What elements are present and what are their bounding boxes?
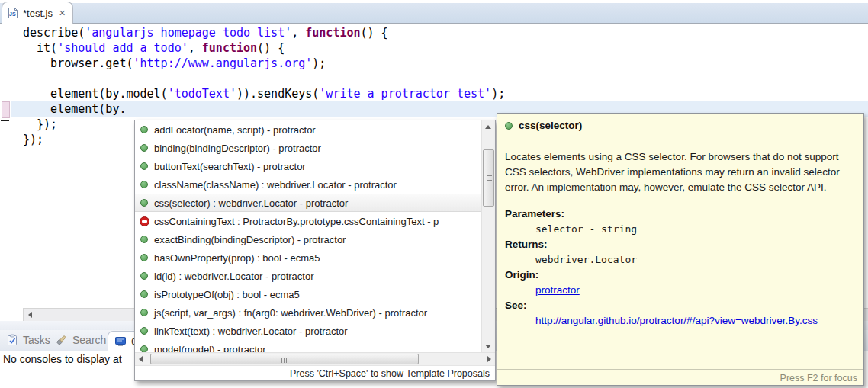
doc-separator <box>497 136 863 136</box>
completion-item-label: js(script, var_args) : fn(arg0: webdrive… <box>154 307 427 319</box>
public-method-icon <box>139 290 149 298</box>
doc-body: Locates elements using a CSS selector. F… <box>497 149 863 329</box>
code-line[interactable] <box>11 71 868 86</box>
completion-item[interactable]: id(id) : webdriver.Locator - protractor <box>135 267 482 285</box>
doc-section-label: See: <box>505 298 856 313</box>
completion-item[interactable]: exactBinding(bindingDescriptor) - protra… <box>135 230 482 249</box>
completion-item-label: linkText(text) : webdriver.Locator - pro… <box>154 325 348 337</box>
doc-section-label: Parameters: <box>505 207 856 222</box>
scroll-down-button[interactable] <box>482 339 495 352</box>
tab-bar-band <box>0 3 868 24</box>
vscroll-thumb[interactable] <box>483 149 494 207</box>
string-token: 'should add a todo' <box>57 41 188 55</box>
public-method-icon <box>139 181 149 188</box>
code-line[interactable]: element(by.model('todoText')).sendKeys('… <box>11 86 868 101</box>
tab-search-label: Search <box>72 334 106 346</box>
doc-section-value: protractor <box>505 283 856 298</box>
change-indicator <box>2 101 10 118</box>
completion-item[interactable]: css(selector) : webdriver.Locator - prot… <box>135 194 482 212</box>
tab-close-icon[interactable]: ✕ <box>57 8 66 18</box>
doc-section-label: Returns: <box>505 237 856 252</box>
code-token: element(by. <box>23 102 126 116</box>
scroll-left-arrow-icon[interactable] <box>139 356 143 362</box>
public-method-icon <box>139 162 149 170</box>
public-method-icon <box>139 236 149 243</box>
code-token: , <box>291 26 305 40</box>
doc-section-value: http://angular.github.io/protractor/#/ap… <box>505 313 856 329</box>
doc-footer: Press F2 for focus <box>497 369 863 385</box>
completion-item[interactable]: binding(bindingDescriptor) - protractor <box>135 139 482 157</box>
editor-tab-bar: JS *test.js ✕ <box>0 0 868 24</box>
caret-marker <box>1 120 9 121</box>
code-token: ); <box>312 56 326 70</box>
code-token: browser.get( <box>23 56 133 70</box>
public-method-icon <box>139 254 149 261</box>
string-token: 'http://www.angularjs.org' <box>133 56 313 70</box>
code-token: }); <box>23 117 57 131</box>
completion-item-label: model(model) - protractor <box>154 344 266 353</box>
completion-item-label: exactBinding(bindingDescriptor) - protra… <box>154 234 346 245</box>
doc-description: Locates elements using a CSS selector. F… <box>505 149 856 195</box>
hscroll-thumb[interactable] <box>150 354 419 364</box>
console-message: No consoles to display at <box>3 353 122 367</box>
doc-section-value: selector - string <box>505 222 856 237</box>
public-method-icon <box>139 345 149 352</box>
completion-item-label: id(id) : webdriver.Locator - protractor <box>154 271 314 282</box>
js-file-icon: JS <box>8 7 18 19</box>
completion-item-label: buttonText(searchText) - protractor <box>154 161 306 172</box>
completion-item[interactable]: isPrototypeOf(obj) : bool - ecma5 <box>135 285 482 303</box>
keyword-token: function <box>305 26 360 40</box>
completion-item[interactable]: hasOwnProperty(prop) : bool - ecma5 <box>135 249 482 267</box>
doc-section-label: Origin: <box>505 268 856 283</box>
thumb-grip <box>487 175 492 181</box>
completion-popup: addLocator(name, script) - protractorbin… <box>134 120 496 381</box>
completion-item[interactable]: className(className) : webdriver.Locator… <box>135 175 482 194</box>
completion-item[interactable]: js(script, var_args) : fn(arg0: webdrive… <box>135 303 482 322</box>
completion-status-text: Press 'Ctrl+Space' to show Template Prop… <box>290 368 490 379</box>
code-token: () { <box>257 41 285 55</box>
doc-link[interactable]: http://angular.github.io/protractor/#/ap… <box>535 315 818 326</box>
doc-link[interactable]: protractor <box>535 284 580 296</box>
scroll-right-arrow-icon[interactable] <box>487 356 491 362</box>
string-token: 'todoText' <box>168 87 236 101</box>
search-icon <box>55 334 68 346</box>
code-token: () { <box>361 26 388 40</box>
tab-title: *test.js <box>23 8 53 19</box>
completion-hscrollbar[interactable] <box>135 352 495 366</box>
completion-item-label: className(className) : webdriver.Locator… <box>154 179 397 191</box>
completion-item-label: binding(bindingDescriptor) - protractor <box>154 143 321 154</box>
public-method-icon <box>505 122 513 130</box>
editor-tab-testjs[interactable]: JS *test.js ✕ <box>2 2 73 24</box>
thumb-grip <box>281 358 287 363</box>
completion-item[interactable]: model(model) - protractor <box>135 340 482 352</box>
public-method-icon <box>139 309 149 316</box>
completion-statusbar: Press 'Ctrl+Space' to show Template Prop… <box>135 365 495 380</box>
code-line[interactable]: describe('angularjs homepage todo list',… <box>11 25 868 40</box>
completion-item[interactable]: cssContainingText : ProtractorBy.prototy… <box>135 212 482 230</box>
completion-item[interactable]: addLocator(name, script) - protractor <box>135 120 482 139</box>
completion-item-label: addLocator(name, script) - protractor <box>154 124 316 136</box>
completion-vscrollbar[interactable] <box>481 120 495 352</box>
tasks-icon <box>6 334 18 346</box>
private-member-icon <box>139 216 149 226</box>
tab-tasks-label: Tasks <box>23 334 50 346</box>
scroll-left-arrow-icon[interactable] <box>28 312 32 318</box>
string-token: 'angularjs homepage todo list' <box>85 26 291 40</box>
completion-item[interactable]: buttonText(searchText) - protractor <box>135 157 482 175</box>
completion-list[interactable]: addLocator(name, script) - protractorbin… <box>135 120 482 352</box>
completion-item-label: css(selector) : webdriver.Locator - prot… <box>154 197 348 209</box>
scroll-up-arrow-icon <box>485 125 491 129</box>
completion-item[interactable]: linkText(text) : webdriver.Locator - pro… <box>135 322 482 340</box>
public-method-icon <box>139 327 149 335</box>
tab-tasks[interactable]: Tasks <box>6 330 50 350</box>
public-method-icon <box>139 272 149 280</box>
tab-search[interactable]: Search <box>55 330 106 350</box>
scroll-up-button[interactable] <box>482 120 495 133</box>
code-line[interactable]: it('should add a todo', function() { <box>11 40 868 56</box>
doc-sections: Parameters:selector - stringReturns:webd… <box>505 207 856 329</box>
doc-popup: css(selector) Locates elements using a C… <box>497 113 864 386</box>
doc-section-value: webdriver.Locator <box>505 252 856 268</box>
code-line[interactable]: browser.get('http://www.angularjs.org'); <box>11 56 868 71</box>
completion-item-label: hasOwnProperty(prop) : bool - ecma5 <box>154 252 320 264</box>
annotation-ruler[interactable] <box>0 24 11 307</box>
